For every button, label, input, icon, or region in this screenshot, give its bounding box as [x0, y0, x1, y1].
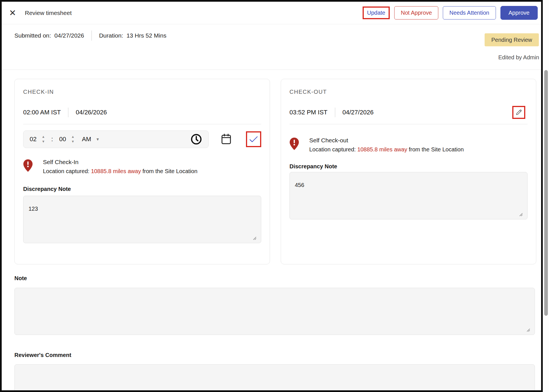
- check-out-time-row: 03:52 PM IST 04/27/2026: [289, 108, 528, 117]
- check-out-warning: Self Check-out Location captured: 10885.…: [289, 137, 528, 153]
- check-out-discrepancy-textarea[interactable]: 456: [289, 172, 528, 219]
- duration-value: 13 Hrs 52 Mins: [127, 32, 166, 39]
- reviewer-comment-textarea[interactable]: [14, 364, 535, 392]
- section-divider: [2, 69, 541, 70]
- header: ✕ Review timesheet Update Not Approve Ne…: [2, 2, 541, 24]
- close-icon[interactable]: ✕: [9, 9, 21, 17]
- not-approve-button[interactable]: Not Approve: [394, 6, 438, 19]
- clock-icon[interactable]: [190, 133, 202, 145]
- check-in-card: CHECK-IN 02:00 AM IST 04/26/2026 02 ▲ ▼ …: [14, 79, 270, 264]
- calendar-icon[interactable]: [221, 133, 232, 145]
- check-out-date: 04/27/2026: [343, 109, 374, 116]
- edit-annotation-box: [512, 106, 525, 119]
- check-in-warning: Self Check-In Location captured: 10885.8…: [23, 159, 261, 175]
- reviewer-comment-wrap: [14, 364, 535, 392]
- minute-stepper[interactable]: ▲ ▼: [71, 136, 75, 143]
- confirm-check-icon[interactable]: [249, 136, 258, 143]
- summary-row: Submitted on: 04/27/2026 Duration: 13 Hr…: [14, 30, 166, 41]
- minute-value[interactable]: 00: [59, 136, 66, 143]
- header-actions: Update Not Approve Needs Attention Appro…: [363, 6, 538, 20]
- check-in-time: 02:00 AM IST: [23, 109, 61, 116]
- warning-detail: Location captured: 10885.8 miles away fr…: [43, 168, 197, 175]
- submitted-on-value: 04/27/2026: [55, 32, 84, 39]
- time-input-box[interactable]: 02 ▲ ▼ : 00 ▲ ▼ AM ▼: [23, 130, 209, 148]
- check-in-discrepancy-textarea[interactable]: 123: [23, 196, 261, 243]
- check-in-date: 04/26/2026: [76, 109, 107, 116]
- check-in-warning-text: Self Check-In Location captured: 10885.8…: [43, 159, 197, 175]
- warning-title: Self Check-In: [43, 159, 197, 165]
- note-textarea[interactable]: [14, 288, 535, 335]
- warning-distance: 10885.8 miles away: [357, 146, 407, 153]
- confirm-annotation-box: [246, 131, 261, 147]
- minute-up-icon[interactable]: ▲: [71, 136, 75, 138]
- submitted-on: Submitted on: 04/27/2026: [14, 32, 84, 39]
- check-out-warning-text: Self Check-out Location captured: 10885.…: [309, 137, 464, 153]
- note-label: Note: [14, 275, 27, 282]
- reviewer-comment-label: Reviewer's Comment: [14, 352, 71, 358]
- card-divider: [23, 124, 261, 124]
- meridiem-dropdown-icon[interactable]: ▼: [96, 137, 100, 141]
- meridiem-select[interactable]: AM: [82, 136, 91, 143]
- warning-suffix: from the Site Location: [142, 168, 197, 174]
- approve-button[interactable]: Approve: [500, 6, 538, 20]
- update-button[interactable]: Update: [367, 10, 385, 16]
- hour-up-icon[interactable]: ▲: [42, 136, 45, 138]
- time-date-divider: [335, 108, 335, 117]
- check-in-discrepancy-wrap: 123: [23, 196, 261, 244]
- scrollbar-thumb[interactable]: [544, 70, 548, 316]
- check-out-card: CHECK-OUT 03:52 PM IST 04/27/2026: [281, 79, 536, 264]
- check-out-time: 03:52 PM IST: [289, 109, 328, 116]
- check-in-title: CHECK-IN: [23, 89, 261, 95]
- warning-distance: 10885.8 miles away: [91, 168, 141, 174]
- warning-detail: Location captured: 10885.8 miles away fr…: [309, 146, 464, 153]
- update-annotation-box: Update: [363, 6, 390, 19]
- minute-down-icon[interactable]: ▼: [71, 140, 75, 143]
- hour-down-icon[interactable]: ▼: [42, 140, 45, 143]
- check-in-time-editor: 02 ▲ ▼ : 00 ▲ ▼ AM ▼: [23, 130, 261, 148]
- submitted-on-label: Submitted on:: [14, 32, 51, 39]
- annotation-frame: ✕ Review timesheet Update Not Approve Ne…: [0, 0, 543, 392]
- warning-prefix: Location captured:: [43, 168, 90, 174]
- location-alert-icon: [23, 159, 33, 175]
- needs-attention-button[interactable]: Needs Attention: [443, 6, 496, 19]
- duration: Duration: 13 Hrs 52 Mins: [99, 32, 166, 39]
- discrepancy-note-label: Discrepancy Note: [289, 163, 528, 170]
- note-wrap: [14, 288, 535, 336]
- edit-pencil-icon[interactable]: [515, 108, 523, 116]
- review-timesheet-screen: ✕ Review timesheet Update Not Approve Ne…: [0, 0, 549, 392]
- warning-prefix: Location captured:: [309, 146, 356, 153]
- edited-by-text: Edited by Admin: [2, 54, 539, 61]
- warning-suffix: from the Site Location: [409, 146, 464, 153]
- check-out-discrepancy-wrap: 456: [289, 172, 528, 221]
- location-alert-icon: [289, 137, 299, 153]
- discrepancy-note-label: Discrepancy Note: [23, 186, 261, 192]
- time-colon: :: [51, 136, 53, 143]
- summary-divider: [91, 31, 92, 41]
- time-date-divider: [68, 108, 68, 117]
- warning-title: Self Check-out: [309, 137, 464, 144]
- status-badge: Pending Review: [485, 33, 539, 46]
- card-divider: [289, 124, 528, 124]
- duration-label: Duration:: [99, 32, 123, 39]
- page-title: Review timesheet: [25, 10, 72, 16]
- check-in-time-row: 02:00 AM IST 04/26/2026: [23, 108, 261, 117]
- hour-stepper[interactable]: ▲ ▼: [42, 136, 45, 143]
- scrollbar-track: [543, 0, 549, 392]
- check-out-title: CHECK-OUT: [289, 89, 528, 95]
- hour-value[interactable]: 02: [30, 136, 36, 143]
